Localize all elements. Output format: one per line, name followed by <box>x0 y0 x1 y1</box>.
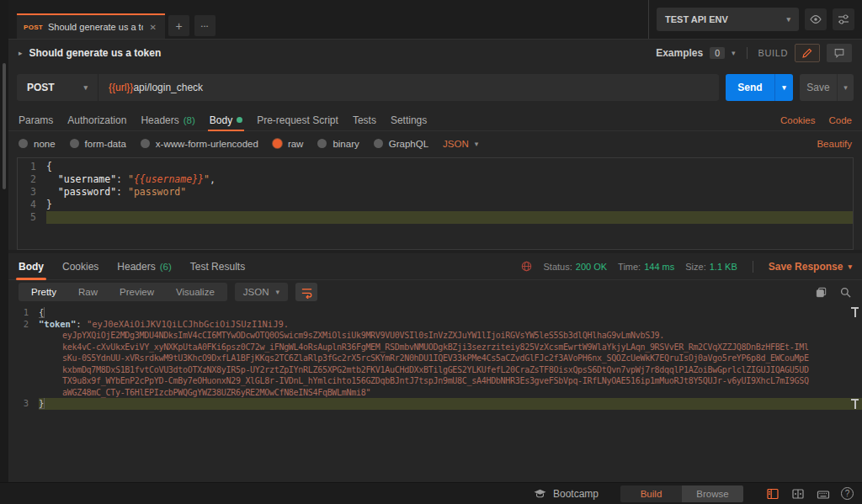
response-line-content: kek4vC-cXvUkxEviVY_xyNXKpUtaA0FKi6psz0C7… <box>39 342 862 353</box>
request-tab-settings[interactable]: Settings <box>391 109 427 130</box>
save-button[interactable]: Save ▾ <box>800 74 854 101</box>
examples-label[interactable]: Examples <box>656 47 703 59</box>
radio-icon-raw[interactable] <box>273 139 282 148</box>
body-type-label: form-data <box>85 139 126 149</box>
save-response-button[interactable]: Save Response ▾ <box>769 261 852 273</box>
scrollbar-marker[interactable] <box>851 307 859 317</box>
request-tab-tests[interactable]: Tests <box>353 109 376 130</box>
wrap-lines-button[interactable] <box>295 283 317 301</box>
build-toggle-option[interactable]: Build <box>620 485 682 502</box>
cookies-link[interactable]: Cookies <box>780 115 816 125</box>
response-view-pretty[interactable]: Pretty <box>20 284 67 300</box>
text-cursor-marker[interactable] <box>851 399 859 409</box>
response-line-number: 1 <box>8 307 39 319</box>
request-tab-pre-request-script[interactable]: Pre-request Script <box>257 109 338 130</box>
send-button-label[interactable]: Send <box>726 74 774 101</box>
postman-window: POST Should generate us a token ✕ + ••• … <box>0 0 862 504</box>
request-tabs-links: Cookies Code <box>780 115 852 125</box>
radio-icon-x-www-form-urlencoded[interactable] <box>141 139 150 148</box>
radio-icon-graphql[interactable] <box>374 139 383 148</box>
workspace-settings-button[interactable] <box>833 8 854 30</box>
status-label: Status: <box>544 262 572 272</box>
response-tabs-list: BodyCookiesHeaders(6)Test Results <box>19 253 245 279</box>
build-browse-toggle[interactable]: Build Browse <box>620 485 743 502</box>
response-line-number <box>8 375 39 387</box>
body-type-option-graphql[interactable]: GraphQL <box>374 139 428 149</box>
browse-toggle-option[interactable]: Browse <box>682 485 743 502</box>
split-pane-icon <box>791 487 805 501</box>
panel-layout-icon <box>766 487 780 501</box>
response-line-content: { <box>39 307 862 319</box>
console-button[interactable] <box>765 486 780 501</box>
body-type-option-x-www-form-urlencoded[interactable]: x-www-form-urlencoded <box>141 139 258 149</box>
editor-line-content: } <box>46 199 853 211</box>
new-tab-button[interactable]: + <box>168 15 189 36</box>
body-type-option-none[interactable]: none <box>19 139 56 149</box>
editor-line: 5 <box>18 211 853 224</box>
comments-button[interactable] <box>827 44 852 62</box>
response-tab-body[interactable]: Body <box>19 253 44 279</box>
open-request-tab[interactable]: POST Should generate us a token ✕ <box>17 13 165 39</box>
http-method-selector[interactable]: POST ▾ <box>17 82 98 93</box>
two-pane-view-button[interactable] <box>790 486 806 501</box>
response-line-number <box>8 330 39 342</box>
collapsed-sidebar[interactable] <box>0 0 8 482</box>
response-tab-test-results[interactable]: Test Results <box>190 253 245 279</box>
body-language-value: JSON <box>443 139 469 149</box>
request-name[interactable]: Should generate us a token <box>29 47 162 59</box>
body-type-label: x-www-form-urlencoded <box>156 139 258 149</box>
code-link[interactable]: Code <box>829 115 853 125</box>
request-tab-headers[interactable]: Headers(8) <box>141 109 194 130</box>
keyboard-shortcuts-button[interactable] <box>816 486 831 501</box>
request-body-editor[interactable]: 1{2 "username": "{{username}}",3 "passwo… <box>17 157 854 250</box>
response-view-switcher: PrettyRawPreviewVisualize <box>19 283 227 301</box>
examples-chevron-icon[interactable]: ▾ <box>732 49 736 57</box>
environment-selector[interactable]: TEST API ENV ▾ <box>657 8 799 31</box>
response-view-raw[interactable]: Raw <box>67 284 109 300</box>
send-button[interactable]: Send ▾ <box>726 74 793 101</box>
response-body-viewer[interactable]: 1{2 "token": "eyJ0eXAiOiJKV1QiLCJhbGciOi… <box>8 304 862 482</box>
time-stat: Time: 144 ms <box>618 262 674 272</box>
radio-icon-none[interactable] <box>19 139 28 148</box>
tab-options-button[interactable]: ••• <box>194 15 216 36</box>
close-tab-icon[interactable]: ✕ <box>148 21 158 34</box>
edit-request-button[interactable] <box>795 44 820 62</box>
request-tab-label: Params <box>19 114 53 126</box>
tab-bar: POST Should generate us a token ✕ + ••• … <box>8 0 862 40</box>
environment-quick-look-button[interactable] <box>805 8 827 30</box>
radio-icon-binary[interactable] <box>317 139 327 148</box>
save-button-label[interactable]: Save <box>800 74 837 101</box>
editor-line-number: 3 <box>18 186 46 199</box>
network-globe-icon[interactable] <box>520 260 533 273</box>
url-input[interactable]: {{url}}api/login_check <box>98 82 213 93</box>
copy-icon[interactable] <box>815 286 827 299</box>
tab-title: Should generate us a token <box>48 22 143 32</box>
body-type-option-form-data[interactable]: form-data <box>70 139 126 149</box>
response-toolbar: PrettyRawPreviewVisualize JSON ▾ <box>8 280 862 304</box>
request-tab-params[interactable]: Params <box>19 109 53 130</box>
size-stat: Size: 1.1 KB <box>685 262 737 272</box>
beautify-link[interactable]: Beautify <box>817 139 852 149</box>
response-view-preview[interactable]: Preview <box>109 284 165 300</box>
send-options-chevron-icon[interactable]: ▾ <box>774 74 793 101</box>
response-tab-cookies[interactable]: Cookies <box>62 253 98 279</box>
response-tab-label: Test Results <box>190 261 245 273</box>
request-tab-label: Authorization <box>67 114 126 126</box>
divider <box>753 261 753 273</box>
save-options-chevron-icon[interactable]: ▾ <box>837 74 854 101</box>
response-view-visualize[interactable]: Visualize <box>165 284 226 300</box>
expand-request-icon[interactable]: ▸ <box>19 49 23 57</box>
radio-icon-form-data[interactable] <box>70 139 79 148</box>
response-language-selector[interactable]: JSON ▾ <box>235 283 288 301</box>
sidebar-scrollbar[interactable] <box>3 63 6 189</box>
body-language-selector[interactable]: JSON ▾ <box>443 139 478 149</box>
response-tab-headers[interactable]: Headers(6) <box>117 253 171 279</box>
body-type-option-binary[interactable]: binary <box>317 139 359 149</box>
help-button[interactable]: ? <box>841 487 854 500</box>
body-type-option-raw[interactable]: raw <box>273 139 304 149</box>
request-tab-authorization[interactable]: Authorization <box>67 109 126 130</box>
search-icon[interactable] <box>839 286 852 299</box>
time-value: 144 ms <box>644 262 674 272</box>
request-tab-body[interactable]: Body <box>210 109 242 130</box>
bootcamp-button[interactable]: Bootcamp <box>533 487 599 500</box>
